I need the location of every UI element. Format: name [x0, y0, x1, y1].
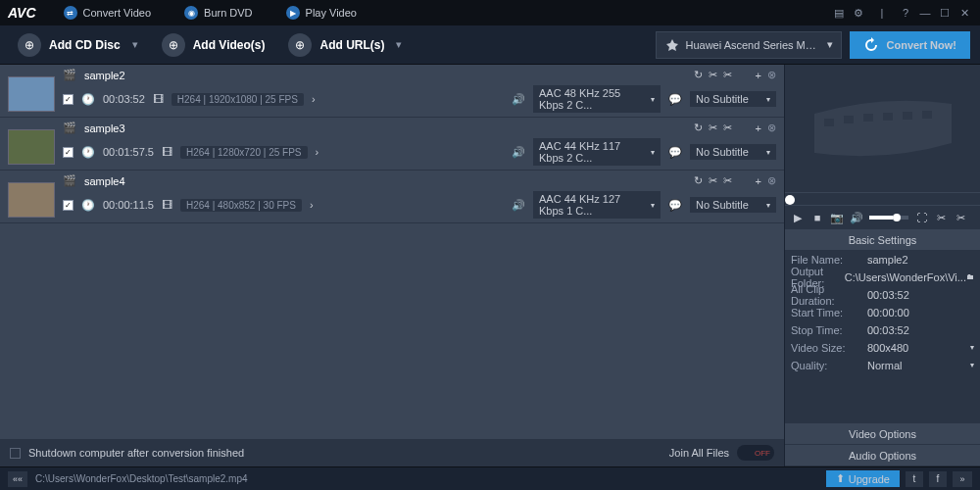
subtitle-icon: 💬 [668, 93, 682, 106]
subtitle-icon: 💬 [668, 146, 682, 159]
setting-key: File Name: [785, 254, 867, 266]
duration: 00:00:11.5 [103, 199, 154, 211]
cut-icon[interactable]: ✂ [709, 122, 717, 134]
chevron-down-icon: ▾ [766, 95, 770, 104]
file-name: sample2 [84, 70, 125, 81]
file-checkbox[interactable]: ✓ [63, 94, 74, 105]
effects-icon[interactable]: ✂ [723, 69, 732, 81]
remove-icon[interactable]: ⊗ [767, 69, 776, 81]
audio-track-select[interactable]: AAC 44 KHz 127 Kbps 1 C... ▾ [533, 191, 661, 219]
tab-play-video[interactable]: ▶ Play Video [272, 2, 370, 24]
setting-value: 00:03:52 [867, 324, 980, 336]
video-codec: H264 | 480x852 | 30 FPS [180, 199, 302, 212]
setting-key: All Clip Duration: [785, 283, 867, 307]
file-row[interactable]: 🎬 sample2 ↻ ✂ ✂ + ⊗ ✓ 🕐 00:03:52 🎞 [0, 65, 784, 118]
effects-icon[interactable]: ✂ [723, 122, 732, 134]
titlebar: AVC ⇄ Convert Video ◉ Burn DVD ▶ Play Vi… [0, 0, 980, 25]
video-options-header[interactable]: Video Options [785, 423, 980, 445]
chevron-down-icon: ▾ [132, 38, 138, 51]
setting-row: Quality: Normal▾ [785, 357, 980, 374]
video-codec: H264 | 1920x1080 | 25 FPS [172, 93, 304, 106]
convert-now-button[interactable]: Convert Now! [850, 31, 971, 59]
folder-icon[interactable]: 🖿 [966, 272, 974, 281]
add-cd-disc-button[interactable]: ⊕ Add CD Disc ▾ [10, 29, 146, 61]
facebook-icon[interactable]: f [929, 471, 947, 487]
mute-button[interactable]: 🔊 [850, 211, 863, 224]
tab-convert-video[interactable]: ⇄ Convert Video [50, 2, 166, 24]
audio-track-select[interactable]: AAC 44 KHz 117 Kbps 2 C... ▾ [533, 138, 661, 166]
subtitle-select[interactable]: No Subtitle ▾ [690, 144, 776, 160]
setting-value: 00:03:52 [867, 289, 980, 301]
shutdown-checkbox[interactable] [10, 448, 21, 459]
setting-value[interactable]: 800x480▾ [867, 342, 980, 354]
tab-burn-dvd[interactable]: ◉ Burn DVD [171, 2, 267, 24]
collapse-button[interactable]: «« [8, 471, 27, 487]
file-name: sample3 [84, 122, 125, 134]
remove-icon[interactable]: ⊗ [767, 174, 776, 187]
file-checkbox[interactable]: ✓ [63, 147, 74, 158]
file-row[interactable]: 🎬 sample4 ↻ ✂ ✂ + ⊗ ✓ 🕐 00:00:11.5 [0, 171, 784, 223]
chevron-down-icon[interactable]: ▾ [970, 343, 974, 352]
preview-area [785, 65, 980, 192]
audio-track-select[interactable]: AAC 48 KHz 255 Kbps 2 C... ▾ [533, 85, 661, 113]
output-profile-select[interactable]: Huawei Ascend Series MPEG-4 Movie... ▾ [656, 31, 842, 59]
setting-value[interactable]: Normal▾ [867, 360, 980, 371]
add-icon[interactable]: + [756, 70, 761, 81]
play-button[interactable]: ▶ [791, 211, 805, 224]
add-icon[interactable]: + [756, 122, 761, 134]
effects-icon[interactable]: ✂ [723, 174, 732, 187]
file-row[interactable]: 🎬 sample3 ↻ ✂ ✂ + ⊗ ✓ 🕐 00:01:57.5 [0, 118, 784, 171]
minimize-icon[interactable]: — [917, 5, 933, 21]
volume-handle[interactable] [893, 214, 901, 221]
cut-icon[interactable]: ✂ [709, 174, 717, 187]
statusbar: «« C:\Users\WonderFox\Desktop\Test\sampl… [0, 466, 980, 490]
video-icon: 🎞 [153, 93, 164, 105]
cut-icon[interactable]: ✂ [709, 69, 717, 81]
subtitle-value: No Subtitle [696, 93, 749, 105]
app-window: AVC ⇄ Convert Video ◉ Burn DVD ▶ Play Vi… [0, 0, 980, 490]
close-icon[interactable]: ✕ [956, 5, 972, 21]
setting-value: sample2 [867, 254, 980, 266]
setting-value[interactable]: C:\Users\WonderFox\Vi...🖿 [845, 271, 980, 283]
stop-button[interactable]: ■ [810, 211, 824, 224]
subtitle-select[interactable]: No Subtitle ▾ [690, 91, 776, 107]
duration: 00:03:52 [103, 93, 145, 105]
chevron-right-icon[interactable]: › [316, 146, 319, 158]
seek-bar[interactable] [785, 192, 980, 206]
audio-options-header[interactable]: Audio Options [785, 445, 980, 466]
file-checkbox[interactable]: ✓ [63, 200, 74, 211]
chevron-right-icon[interactable]: › [312, 93, 316, 105]
basic-settings-header[interactable]: Basic Settings [785, 229, 980, 251]
cut-button[interactable]: ✂ [934, 211, 948, 224]
help-icon[interactable]: ? [898, 5, 913, 21]
audio-icon: 🔊 [512, 93, 525, 106]
chevron-down-icon[interactable]: ▾ [970, 361, 974, 369]
fullscreen-button[interactable]: ⛶ [914, 211, 928, 224]
volume-slider[interactable] [869, 216, 908, 220]
chevron-down-icon: ▾ [766, 148, 770, 157]
seek-handle[interactable] [785, 195, 795, 205]
crop-button[interactable]: ✂ [954, 211, 967, 224]
audio-value: AAC 44 KHz 127 Kbps 1 C... [539, 193, 647, 217]
subtitle-select[interactable]: No Subtitle ▾ [690, 197, 776, 213]
maximize-icon[interactable]: ☐ [937, 5, 953, 21]
add-icon[interactable]: + [756, 175, 761, 187]
remove-icon[interactable]: ⊗ [767, 122, 776, 134]
refresh-icon[interactable]: ↻ [694, 69, 703, 81]
expand-button[interactable]: » [953, 471, 972, 487]
add-urls-button[interactable]: ⊕ Add URL(s) ▾ [280, 29, 410, 61]
refresh-icon[interactable]: ↻ [694, 174, 703, 187]
refresh-icon[interactable]: ↻ [694, 122, 703, 134]
settings-icon[interactable]: ⚙ [851, 5, 866, 21]
snapshot-button[interactable]: 📷 [830, 211, 844, 224]
add-videos-button[interactable]: ⊕ Add Video(s) [154, 29, 273, 61]
menu-icon[interactable]: ▤ [831, 5, 847, 21]
upgrade-icon: ⬆ [836, 472, 845, 485]
join-files-toggle[interactable]: OFF [737, 445, 774, 461]
upgrade-button[interactable]: ⬆ Upgrade [826, 470, 900, 487]
setting-key: Video Size: [785, 342, 867, 354]
join-files-label: Join All Files [669, 447, 729, 459]
chevron-right-icon[interactable]: › [310, 199, 314, 211]
twitter-icon[interactable]: t [906, 471, 923, 487]
film-icon: 🎬 [63, 69, 76, 81]
